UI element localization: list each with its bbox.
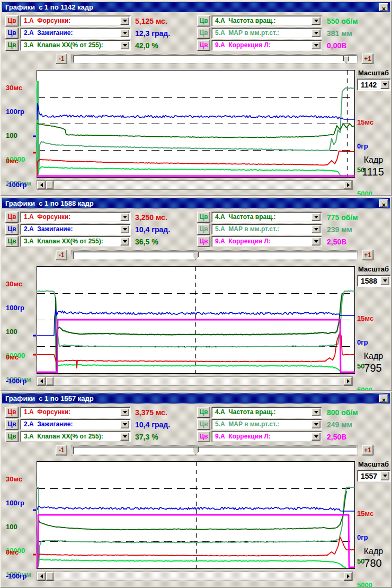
scale-select[interactable]: 1557 [357,470,391,482]
color-button[interactable]: Цв [197,40,210,51]
signal-select[interactable]: 9.А Коррекция Л: [211,40,322,51]
frame-slider[interactable] [72,250,358,260]
signal-select[interactable]: 9.А Коррекция Л: [211,431,322,442]
color-button[interactable]: Цв [5,28,19,39]
frame-step-back-button[interactable]: -1 [56,54,67,64]
scale-value: 1557 [361,472,377,480]
frame-slider-track[interactable] [73,446,357,454]
scroll-left-button[interactable] [37,572,46,581]
frame-step-forward-button[interactable]: +1 [362,54,373,64]
axis-label: -100гр [6,181,37,189]
signal-select[interactable]: 2.А Зажигание: [20,224,131,235]
frame-step-forward-button[interactable]: +1 [362,250,373,260]
color-button[interactable]: Цв [197,431,210,442]
dropdown-arrow-button[interactable] [120,238,129,245]
close-button[interactable]: × [379,3,388,11]
dropdown-arrow-button[interactable] [380,80,389,89]
signal-select[interactable]: 5.А MAP в мм.рт.ст.: [211,419,322,430]
color-button[interactable]: Цв [5,431,19,442]
scroll-thumb[interactable] [46,181,54,189]
signal-select[interactable]: 5.А MAP в мм.рт.ст.: [211,224,322,235]
chart-hscrollbar[interactable] [37,376,353,386]
scroll-right-button[interactable] [344,572,352,581]
color-button[interactable]: Цв [197,28,210,39]
left-axis-bottom-labels: 0мс -100гр 0 0 0мм 0В [6,532,37,588]
signal-select[interactable]: 1.А Форсунки: [20,407,131,418]
color-button[interactable]: Цв [197,407,210,418]
color-button[interactable]: Цв [197,15,210,27]
dropdown-arrow-button[interactable] [120,213,129,221]
signal-select[interactable]: 4.А Частота вращ.: [211,212,322,223]
dropdown-arrow-button[interactable] [380,471,389,480]
left-axis-bottom-labels: 0мс -100гр 0 0 0мм 0В [6,141,37,196]
scroll-left-button[interactable] [37,377,46,385]
color-button[interactable]: Цв [5,419,19,430]
color-button[interactable]: Цв [5,40,19,51]
signal-select[interactable]: 1.А Форсунки: [20,212,131,223]
signal-select[interactable]: 3.А Клапан ХХ(% от 255): [20,236,131,247]
window-titlebar[interactable]: Графики с 1 по 1588 кадр [2,198,390,208]
dropdown-arrow-button[interactable] [120,17,129,25]
dropdown-arrow-button[interactable] [120,433,129,441]
frame-step-forward-button[interactable]: +1 [362,445,373,455]
scale-select[interactable]: 1588 [357,275,391,287]
dropdown-arrow-button[interactable] [120,420,129,428]
frame-step-back-button[interactable]: -1 [56,250,67,260]
dropdown-arrow-button[interactable] [311,420,320,428]
dropdown-arrow-button[interactable] [311,433,320,441]
window-titlebar[interactable]: Графики с 1 по 1142 кадр [2,2,390,12]
scroll-left-button[interactable] [37,181,46,189]
dropdown-arrow-button[interactable] [311,408,320,416]
dropdown-arrow-button[interactable] [120,408,129,416]
dropdown-arrow-button[interactable] [311,17,320,25]
signal-select[interactable]: 1.А Форсунки: [20,15,131,27]
dropdown-arrow-button[interactable] [311,41,320,49]
signal-select[interactable]: 2.А Зажигание: [20,419,131,430]
color-button[interactable]: Цв [197,212,210,223]
signal-value: 249 мм [327,419,352,429]
close-button[interactable]: × [379,394,388,402]
frame-slider[interactable] [72,445,358,455]
frame-slider-track[interactable] [73,251,357,259]
signal-select-label: 1.А Форсунки: [24,213,70,221]
chart-area[interactable] [37,461,355,569]
scroll-thumb[interactable] [46,572,54,581]
color-button[interactable]: Цв [5,15,19,27]
scroll-right-button[interactable] [344,181,352,189]
scroll-thumb[interactable] [46,377,54,385]
dropdown-arrow-button[interactable] [120,225,129,233]
window-titlebar[interactable]: Графики с 1 по 1557 кадр [2,393,390,403]
dropdown-arrow-button[interactable] [311,213,320,221]
dropdown-arrow-button[interactable] [311,29,320,37]
signal-select[interactable]: 5.А MAP в мм.рт.ст.: [211,28,322,39]
color-button[interactable]: Цв [197,224,210,235]
color-button[interactable]: Цв [197,419,210,430]
color-button[interactable]: Цв [5,407,19,418]
frame-value: 1115 [353,166,392,178]
frame-step-back-button[interactable]: -1 [56,445,67,455]
color-button[interactable]: Цв [197,236,210,247]
dropdown-arrow-button[interactable] [120,29,129,37]
scale-select[interactable]: 1142 [357,78,391,91]
color-button[interactable]: Цв [5,236,19,247]
signal-select[interactable]: 3.А Клапан ХХ(% от 255): [20,40,131,51]
dropdown-arrow-button[interactable] [120,41,129,49]
dropdown-arrow-button[interactable] [311,238,320,245]
frame-slider-track[interactable] [73,55,357,63]
scroll-right-button[interactable] [344,377,352,385]
chart-hscrollbar[interactable] [37,572,353,581]
signal-select[interactable]: 4.А Частота вращ.: [211,15,322,27]
color-button[interactable]: Цв [5,212,19,223]
chart-area[interactable] [37,266,355,374]
signal-select[interactable]: 9.А Коррекция Л: [211,236,322,247]
signal-select[interactable]: 3.А Клапан ХХ(% от 255): [20,431,131,442]
chart-hscrollbar[interactable] [37,180,353,190]
dropdown-arrow-button[interactable] [380,276,389,285]
dropdown-arrow-button[interactable] [311,225,320,233]
chart-area[interactable] [37,70,355,178]
close-button[interactable]: × [379,199,388,207]
frame-slider[interactable] [72,54,358,64]
signal-select[interactable]: 4.А Частота вращ.: [211,407,322,418]
color-button[interactable]: Цв [5,224,19,235]
signal-select[interactable]: 2.А Зажигание: [20,28,131,39]
